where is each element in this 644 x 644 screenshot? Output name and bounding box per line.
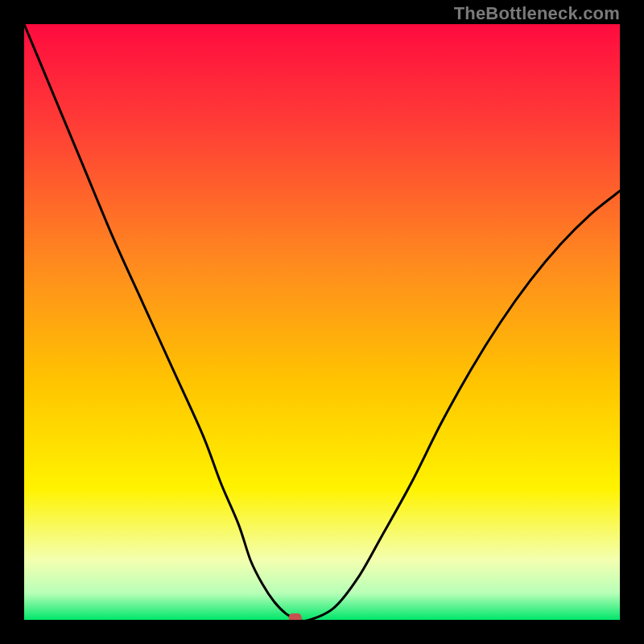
plot-area	[24, 24, 620, 620]
gradient-background	[24, 24, 620, 620]
optimal-point-marker	[289, 613, 302, 620]
chart-svg	[24, 24, 620, 620]
chart-frame: TheBottleneck.com	[0, 0, 644, 644]
watermark-label: TheBottleneck.com	[454, 3, 620, 24]
